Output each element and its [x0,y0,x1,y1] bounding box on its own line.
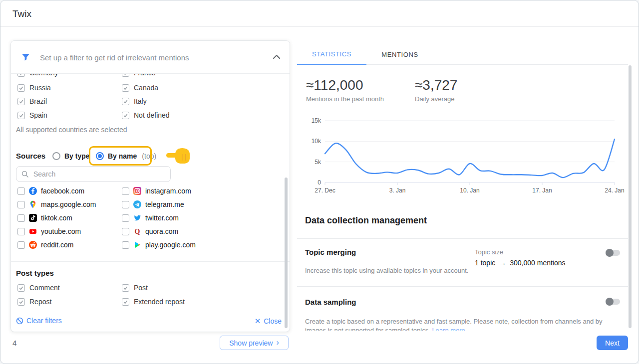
google-play-icon [133,241,141,249]
close-button[interactable]: ✕ Close [255,317,282,326]
show-preview-button[interactable]: Show preview › [220,336,289,350]
top-divider [0,26,639,27]
country-checkbox-italy[interactable]: Italy [122,96,147,106]
divider [297,286,628,287]
svg-text:Q: Q [135,228,140,235]
post-type-label: Post [134,284,148,292]
data-sampling-title: Data sampling [305,298,356,306]
divider [297,238,628,239]
source-checkbox-quora[interactable]: Q quora.com [122,226,178,236]
source-checkbox-twitter[interactable]: twitter.com [122,213,179,223]
next-button[interactable]: Next [597,336,628,350]
clear-filters-label: Clear filters [26,317,62,325]
source-checkbox-reddit[interactable]: reddit.com [17,240,73,250]
filter-header[interactable]: Set up a filter to get rid of irrelevant… [11,41,290,74]
radio-by-name-label: By name [108,152,137,160]
telegram-icon [133,200,141,208]
source-checkbox-telegram[interactable]: telegram.me [122,199,184,209]
svg-text:27. Dec: 27. Dec [315,187,335,193]
source-checkbox-youtube[interactable]: youtube.com [17,226,81,236]
data-sampling-description-text: images is not supported for sampled topi… [305,327,430,331]
checkbox-empty-icon [17,228,25,235]
country-checkbox-brazil[interactable]: Brazil [17,96,47,106]
svg-text:3. Jan: 3. Jan [389,187,406,193]
country-label: Brazil [29,97,47,105]
topic-merging-toggle[interactable] [606,248,621,258]
filter-panel: Set up a filter to get rid of irrelevant… [10,40,290,332]
search-input[interactable] [32,170,165,179]
source-checkbox-maps-google[interactable]: maps.google.com [17,199,96,209]
topic-merging-description: Increase this topic using available topi… [305,267,468,274]
source-checkbox-tiktok[interactable]: tiktok.com [17,213,72,223]
youtube-icon [29,227,37,235]
checkbox-checked-icon [122,284,129,292]
country-label: Not defined [134,111,170,119]
post-type-checkbox-post[interactable]: Post [122,283,148,293]
svg-text:5k: 5k [315,159,321,166]
data-sampling-toggle[interactable] [606,297,621,307]
source-label: maps.google.com [41,200,96,208]
topic-size-label: Topic size [475,248,503,256]
tab-statistics-label: STATISTICS [312,50,351,58]
country-checkbox-not-defined[interactable]: Not defined [122,110,170,120]
country-checkbox-spain[interactable]: Spain [17,110,47,120]
post-type-checkbox-repost[interactable]: Repost [17,297,51,307]
learn-more-link[interactable]: Learn more [432,327,465,331]
radio-by-name[interactable]: By name (top) [96,151,156,161]
country-checkbox-russia[interactable]: Russia [17,83,51,93]
post-type-checkbox-extended-repost[interactable]: Extended repost [122,297,185,307]
pointing-left-hand-icon [166,147,191,165]
tab-statistics[interactable]: STATISTICS [297,44,366,65]
svg-text:10. Jan: 10. Jan [460,187,479,193]
svg-text:17. Jan: 17. Jan [532,187,552,193]
post-type-checkbox-comment[interactable]: Comment [17,283,60,293]
post-type-label: Repost [29,298,51,306]
tab-bar: STATISTICS MENTIONS [297,44,628,65]
close-label: Close [264,317,282,325]
source-label: twitter.com [145,214,179,222]
clear-filters-button[interactable]: Clear filters [16,317,62,325]
svg-text:24. Jan: 24. Jan [605,187,624,193]
source-label: youtube.com [41,227,81,235]
svg-text:15k: 15k [312,117,321,124]
google-maps-icon [29,200,37,208]
checkbox-empty-icon [122,187,129,195]
source-checkbox-facebook[interactable]: facebook.com [17,186,84,196]
checkbox-checked-icon [17,84,25,92]
filter-panel-scrollbar[interactable] [285,178,288,328]
source-label: telegram.me [145,200,184,208]
tiktok-icon [29,214,37,222]
stat-daily-label: Daily average [415,95,455,103]
post-type-label: Extended repost [134,298,185,306]
section-divider [11,261,290,262]
svg-text:0: 0 [318,179,321,186]
right-panel: STATISTICS MENTIONS ≈112,000 Mentions in… [297,44,628,331]
stat-mentions-label: Mentions in the past month [306,95,384,103]
source-checkbox-play-google[interactable]: play.google.com [122,240,196,250]
instagram-icon [133,187,141,195]
chevron-right-icon: › [276,339,279,347]
mentions-chart: 05k10k15k27. Dec3. Jan10. Jan17. Jan24. … [297,112,628,193]
show-preview-label: Show preview [229,339,273,347]
chevron-up-icon[interactable] [273,54,281,60]
checkbox-empty-icon [122,201,129,208]
source-checkbox-instagram[interactable]: instagram.com [122,186,191,196]
checkbox-checked-icon [122,112,129,119]
country-checkbox-canada[interactable]: Canada [122,83,158,93]
tab-mentions[interactable]: MENTIONS [366,44,433,65]
countries-note: All supported countries are selected [16,126,127,134]
app-window: Twix Set up a filter to get rid of irrel… [0,0,639,364]
radio-by-type-label: By type [64,152,90,160]
right-panel-scrollbar[interactable] [629,65,632,328]
checkbox-empty-icon [122,241,129,249]
radio-by-type[interactable]: By type [52,151,90,161]
filter-header-text: Set up a filter to get rid of irrelevant… [40,53,189,62]
checkbox-empty-icon [122,214,129,222]
checkbox-empty-icon [17,187,25,195]
filter-funnel-icon [21,53,30,61]
stat-mentions-value: ≈112,000 [306,77,363,93]
data-sampling-description-line2: images is not supported for sampled topi… [305,327,465,331]
post-type-label: Comment [29,284,60,292]
checkbox-checked-icon [122,84,129,92]
country-label: Russia [29,84,51,92]
